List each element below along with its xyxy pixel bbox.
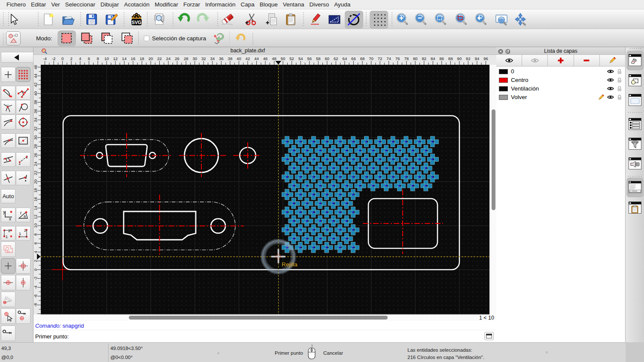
svg-text:-8: -8 (33, 303, 38, 307)
svg-text:Rejilla: Rejilla (282, 261, 298, 268)
svg-text:0: 0 (61, 56, 64, 61)
svg-text:58: 58 (316, 56, 321, 61)
svg-text:16: 16 (131, 56, 136, 61)
svg-text:1: 1 (19, 232, 21, 236)
svg-text:52: 52 (289, 56, 294, 61)
svg-text:42: 42 (246, 56, 250, 61)
svg-text:y: y (3, 210, 5, 214)
svg-text:22: 22 (157, 56, 162, 61)
svg-text:32: 32 (33, 127, 38, 131)
svg-text:80: 80 (413, 56, 418, 61)
svg-text:66: 66 (351, 56, 356, 61)
svg-text:72: 72 (378, 56, 383, 61)
svg-text:18: 18 (33, 188, 38, 193)
svg-text:-2: -2 (52, 56, 55, 61)
svg-text:14: 14 (122, 56, 127, 61)
svg-text:36: 36 (219, 56, 224, 61)
svg-text:44: 44 (33, 74, 38, 78)
svg-text:0: 0 (33, 268, 38, 271)
svg-text:50: 50 (281, 56, 286, 61)
svg-text:12: 12 (33, 214, 38, 219)
svg-text:38: 38 (33, 100, 38, 105)
svg-text:46: 46 (263, 56, 268, 61)
svg-text:70: 70 (369, 56, 374, 61)
svg-text:60: 60 (325, 56, 330, 61)
svg-text:20: 20 (149, 56, 153, 61)
svg-text:14: 14 (33, 206, 38, 211)
svg-text:68: 68 (360, 56, 365, 61)
svg-text:8: 8 (33, 233, 38, 235)
svg-text:SVG: SVG (131, 20, 141, 25)
svg-text:2: 2 (8, 229, 10, 233)
svg-text:a: a (24, 214, 26, 218)
svg-text:48: 48 (272, 56, 276, 61)
svg-text:2: 2 (33, 260, 38, 262)
svg-text:94: 94 (475, 56, 480, 61)
svg-text:40: 40 (237, 56, 241, 61)
svg-text:78: 78 (404, 56, 409, 61)
svg-text:10: 10 (104, 56, 109, 61)
svg-text:28: 28 (33, 144, 38, 149)
svg-text:4: 4 (79, 56, 81, 61)
svg-text:-4: -4 (43, 56, 46, 61)
svg-text:96: 96 (483, 56, 488, 61)
svg-text:90: 90 (457, 56, 462, 61)
svg-text:92: 92 (466, 56, 471, 61)
svg-text:36: 36 (33, 109, 38, 114)
svg-text:86: 86 (440, 56, 444, 61)
svg-text:56: 56 (307, 56, 312, 61)
svg-text:24: 24 (166, 56, 171, 61)
svg-text:34: 34 (210, 56, 215, 61)
svg-text:12: 12 (113, 56, 118, 61)
svg-text:x: x (9, 217, 11, 220)
svg-text:88: 88 (448, 56, 453, 61)
svg-text:34: 34 (33, 118, 38, 122)
svg-text:30: 30 (33, 135, 38, 140)
svg-text:16: 16 (33, 197, 38, 202)
svg-text:32: 32 (201, 56, 206, 61)
svg-text:38: 38 (228, 56, 233, 61)
svg-text:26: 26 (175, 56, 179, 61)
svg-text:30: 30 (192, 56, 197, 61)
svg-text:26: 26 (33, 153, 38, 158)
svg-text:74: 74 (386, 56, 391, 61)
svg-text:62: 62 (334, 56, 338, 61)
svg-text:64: 64 (343, 56, 347, 61)
svg-text:4: 4 (33, 251, 38, 253)
svg-text:40: 40 (33, 91, 38, 96)
svg-text:10: 10 (33, 223, 38, 228)
svg-text:-6: -6 (33, 294, 38, 298)
svg-text:28: 28 (184, 56, 188, 61)
svg-text:46: 46 (33, 65, 38, 69)
svg-text:18: 18 (140, 56, 144, 61)
svg-text:22: 22 (33, 171, 38, 175)
svg-text:44: 44 (254, 56, 259, 61)
svg-text:42: 42 (33, 82, 38, 87)
svg-text:20: 20 (33, 179, 38, 184)
svg-text:82: 82 (422, 56, 426, 61)
svg-text:24: 24 (33, 162, 38, 166)
svg-text:2: 2 (70, 56, 72, 61)
svg-text:-2: -2 (33, 277, 38, 280)
svg-text:84: 84 (431, 56, 435, 61)
svg-text:1: 1 (6, 235, 8, 239)
svg-text:76: 76 (395, 56, 400, 61)
svg-text:6: 6 (88, 56, 90, 61)
svg-text:r: r (20, 211, 22, 215)
svg-text:8: 8 (97, 56, 99, 61)
svg-text:6: 6 (33, 242, 38, 244)
svg-text:-4: -4 (33, 286, 38, 289)
svg-text:54: 54 (298, 56, 303, 61)
